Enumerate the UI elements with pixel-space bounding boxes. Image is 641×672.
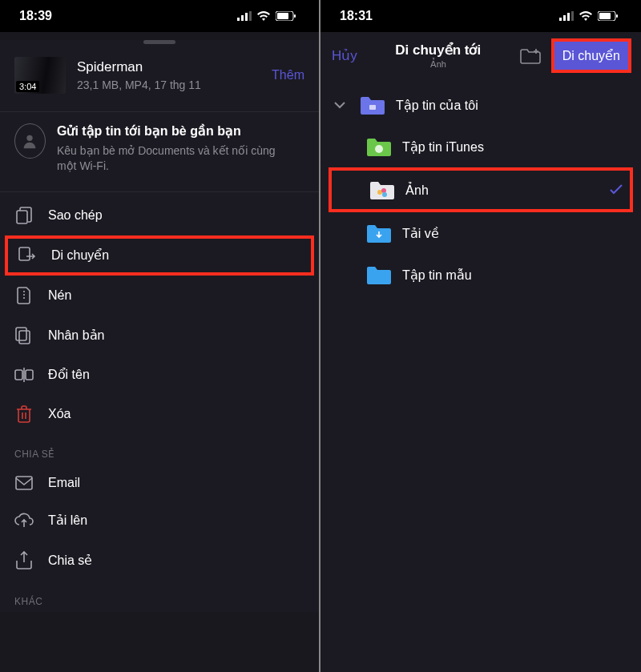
status-icons — [237, 11, 296, 21]
rename-action[interactable]: Đổi tên — [0, 356, 319, 394]
compress-icon — [14, 287, 34, 304]
svg-rect-21 — [616, 14, 618, 18]
tree-itunes-row[interactable]: Tập tin iTunes — [320, 126, 641, 167]
svg-rect-22 — [369, 105, 376, 110]
folder-icon — [359, 94, 386, 116]
svg-rect-20 — [599, 13, 611, 19]
svg-rect-13 — [26, 370, 33, 380]
file-row: 3:04 Spiderman 23,1 MB, MP4, 17 thg 11 T… — [0, 49, 319, 111]
svg-rect-10 — [19, 331, 30, 344]
folder-icon — [369, 179, 396, 201]
tree-downloads-label: Tải về — [402, 226, 627, 241]
nearby-share-title: Gửi tập tin tới bạn bè gần bạn — [57, 123, 304, 139]
tree-root-row[interactable]: Tập tin của tôi — [320, 84, 641, 126]
svg-rect-6 — [294, 14, 296, 18]
navbar: Hủy Di chuyển tới Ảnh Di chuyển — [320, 32, 641, 78]
cancel-button[interactable]: Hủy — [332, 47, 357, 64]
svg-rect-12 — [15, 370, 22, 380]
phone-right: 18:31 Hủy Di chuyển tới Ảnh Di chuyển T — [320, 0, 641, 672]
file-subtitle: 23,1 MB, MP4, 17 thg 11 — [77, 78, 260, 91]
email-action[interactable]: Email — [0, 465, 319, 501]
move-action[interactable]: Di chuyển — [5, 235, 314, 276]
rename-label: Đổi tên — [48, 367, 90, 382]
share-label: Chia sẻ — [48, 553, 92, 568]
add-button[interactable]: Thêm — [272, 68, 304, 82]
phone-left: 18:39 3:04 Spiderman 23,1 MB, MP4, 17 th… — [0, 0, 320, 672]
svg-rect-16 — [563, 15, 566, 21]
nav-title-wrap: Di chuyển tới Ảnh — [364, 42, 513, 70]
delete-action[interactable]: Xóa — [0, 394, 319, 434]
svg-rect-8 — [17, 211, 27, 223]
tree-photos-label: Ảnh — [405, 183, 599, 198]
email-icon — [14, 476, 34, 490]
compress-action[interactable]: Nén — [0, 276, 319, 316]
compress-label: Nén — [48, 288, 71, 303]
svg-rect-3 — [249, 11, 252, 21]
svg-rect-11 — [16, 328, 26, 340]
svg-rect-17 — [567, 13, 570, 21]
svg-rect-2 — [245, 13, 248, 21]
svg-point-26 — [382, 192, 387, 197]
svg-rect-18 — [571, 11, 574, 21]
svg-point-23 — [375, 145, 383, 153]
tree-photos-row[interactable]: Ảnh — [329, 167, 633, 212]
move-button-highlight: Di chuyển — [551, 38, 631, 73]
share-section-label: CHIA SẺ — [0, 434, 319, 465]
nearby-share-body: Kêu bạn bè mở Documents và kết nối cùng … — [57, 143, 304, 174]
status-icons — [559, 11, 619, 21]
action-sheet: 3:04 Spiderman 23,1 MB, MP4, 17 thg 11 T… — [0, 40, 319, 612]
nearby-share-row[interactable]: Gửi tập tin tới bạn bè gần bạn Kêu bạn b… — [0, 111, 319, 191]
copy-label: Sao chép — [48, 208, 103, 223]
svg-rect-1 — [241, 15, 244, 21]
status-bar: 18:31 — [320, 0, 641, 32]
tree-root-label: Tập tin của tôi — [396, 98, 627, 113]
share-action[interactable]: Chia sẻ — [0, 540, 319, 581]
folder-icon — [365, 222, 393, 244]
chevron-down-icon[interactable] — [330, 101, 349, 109]
tree-downloads-row[interactable]: Tải về — [320, 212, 641, 254]
upload-label: Tải lên — [48, 513, 87, 528]
folder-icon — [365, 135, 393, 158]
folder-icon — [365, 264, 393, 286]
duplicate-action[interactable]: Nhân bản — [0, 316, 319, 356]
upload-action[interactable]: Tải lên — [0, 501, 319, 540]
duplicate-label: Nhân bản — [48, 328, 105, 343]
upload-icon — [14, 513, 34, 529]
nearby-share-text: Gửi tập tin tới bạn bè gần bạn Kêu bạn b… — [57, 123, 304, 174]
checkmark-icon — [609, 181, 623, 199]
trash-icon — [14, 405, 34, 423]
email-label: Email — [48, 476, 80, 490]
duration-badge: 3:04 — [16, 81, 39, 92]
nav-subtitle: Ảnh — [364, 59, 513, 70]
rename-icon — [14, 367, 34, 383]
nav-title: Di chuyển tới — [364, 42, 513, 58]
svg-rect-5 — [277, 13, 288, 19]
svg-rect-14 — [16, 477, 32, 489]
copy-action[interactable]: Sao chép — [0, 195, 319, 235]
move-button[interactable]: Di chuyển — [554, 42, 628, 70]
file-title: Spiderman — [77, 59, 260, 75]
tree-samples-row[interactable]: Tập tin mẫu — [320, 254, 641, 296]
status-time: 18:39 — [19, 9, 52, 23]
avatar-placeholder-icon — [14, 123, 46, 159]
file-info: Spiderman 23,1 MB, MP4, 17 thg 11 — [77, 59, 260, 91]
svg-rect-15 — [559, 18, 562, 21]
svg-point-7 — [27, 135, 33, 141]
tree-samples-label: Tập tin mẫu — [402, 268, 627, 283]
duplicate-icon — [14, 327, 34, 344]
action-list: Sao chép Di chuyển Nén Nhân bản — [0, 191, 319, 612]
share-icon — [14, 551, 34, 570]
folder-tree: Tập tin của tôi Tập tin iTunes Ảnh Tải v… — [320, 78, 641, 296]
status-time: 18:31 — [340, 9, 373, 23]
status-bar: 18:39 — [0, 0, 319, 32]
svg-point-25 — [381, 188, 386, 193]
video-thumbnail[interactable]: 3:04 — [14, 57, 66, 94]
move-icon — [18, 247, 37, 264]
copy-icon — [14, 207, 34, 224]
svg-rect-0 — [237, 18, 240, 21]
sheet-grabber[interactable] — [143, 40, 175, 44]
other-section-label: KHÁC — [0, 581, 319, 612]
delete-label: Xóa — [48, 407, 71, 421]
new-folder-icon[interactable] — [519, 46, 542, 66]
move-label: Di chuyển — [51, 247, 109, 263]
